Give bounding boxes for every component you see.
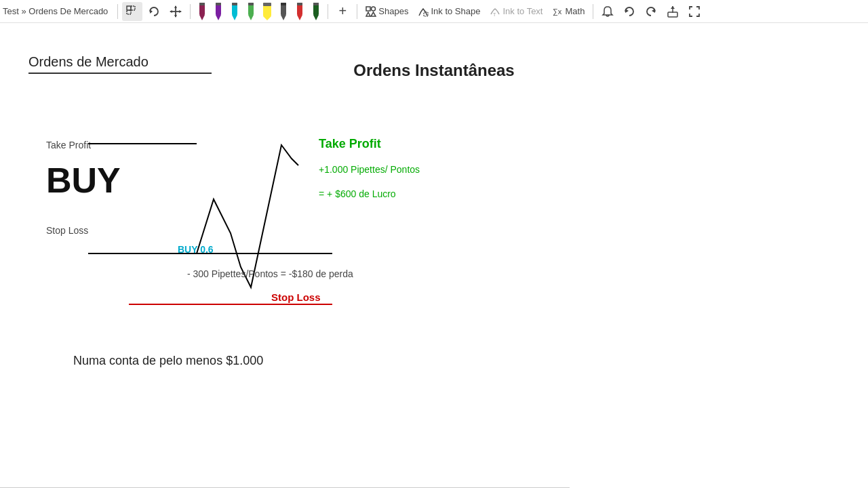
- pen-cyan-btn[interactable]: [227, 2, 242, 21]
- sl-chart-label: Stop Loss: [271, 291, 321, 303]
- math-label: Math: [565, 6, 585, 16]
- pen-red-icon: [294, 3, 305, 20]
- pen-purple-btn[interactable]: [211, 2, 226, 21]
- svg-marker-9: [179, 10, 182, 13]
- bottom-text: Numa conta de pelo menos $1.000: [73, 354, 263, 368]
- select-tool-btn[interactable]: [122, 2, 142, 21]
- pen-green-icon: [245, 3, 256, 20]
- notification-btn[interactable]: [597, 2, 618, 21]
- pen-dark-red-btn[interactable]: [195, 2, 210, 21]
- pen-gray-icon: [278, 3, 289, 20]
- fullscreen-icon: [688, 5, 701, 18]
- move-icon: [169, 5, 182, 18]
- pen-green-btn[interactable]: [243, 2, 258, 21]
- buy-entry-label: BUY 0.6: [178, 244, 214, 255]
- undo-btn[interactable]: [619, 2, 639, 21]
- pen-purple-icon: [213, 3, 224, 20]
- svg-rect-1: [131, 6, 135, 10]
- ink-to-shape-btn[interactable]: Ink to Shape: [414, 2, 484, 21]
- svg-marker-20: [248, 15, 254, 20]
- svg-marker-17: [232, 15, 237, 20]
- svg-marker-37: [371, 12, 376, 16]
- undo-icon: [623, 5, 635, 18]
- svg-marker-42: [652, 9, 655, 13]
- svg-rect-30: [297, 3, 302, 5]
- svg-text:T: T: [493, 12, 496, 17]
- bell-icon: [601, 5, 614, 18]
- ink-to-text-label: Ink to Text: [502, 6, 542, 16]
- separator-2: [190, 4, 191, 19]
- sl-pips-label: - 300 Pipettes/Pontos = -$180 de perda: [187, 268, 353, 279]
- redo-btn[interactable]: [641, 2, 661, 21]
- rotate-tool-btn[interactable]: [144, 2, 164, 21]
- svg-rect-0: [127, 6, 131, 10]
- take-profit-left-label: Take Profit: [46, 140, 91, 150]
- svg-marker-6: [174, 5, 177, 8]
- toolbar: Test » Ordens De Mercado: [0, 0, 868, 23]
- svg-point-35: [372, 7, 376, 11]
- tp-pips-label: +1.000 Pipettes/ Pontos: [319, 164, 420, 175]
- svg-marker-11: [199, 15, 205, 20]
- svg-rect-24: [263, 3, 271, 6]
- pen-yellow-icon: [262, 3, 273, 20]
- separator-5: [593, 4, 593, 19]
- ink-to-shape-icon: [418, 6, 429, 17]
- svg-marker-41: [625, 9, 629, 13]
- svg-rect-21: [248, 3, 254, 5]
- separator-4: [357, 4, 357, 19]
- svg-marker-8: [170, 10, 172, 13]
- ink-to-shape-label: Ink to Shape: [431, 6, 480, 16]
- share-icon: [667, 5, 679, 18]
- pen-dark-green-icon: [311, 3, 321, 20]
- stop-loss-left-label: Stop Loss: [46, 225, 88, 236]
- pen-cyan-icon: [229, 3, 240, 20]
- svg-marker-45: [671, 6, 675, 9]
- pen-yellow-btn[interactable]: [260, 2, 275, 21]
- svg-rect-2: [127, 10, 131, 14]
- svg-marker-7: [174, 15, 177, 18]
- plus-icon: +: [339, 3, 347, 19]
- math-btn[interactable]: ∑x Math: [548, 2, 589, 21]
- svg-text:∑x: ∑x: [553, 7, 562, 16]
- pen-gray-btn[interactable]: [276, 2, 291, 21]
- canvas-area: Ordens de Mercado Ordens Instantâneas Ta…: [0, 23, 868, 488]
- lasso-icon: [125, 5, 139, 18]
- svg-marker-26: [281, 15, 286, 20]
- svg-marker-36: [366, 12, 370, 16]
- svg-rect-33: [313, 3, 319, 5]
- breadcrumb: Test » Ordens De Mercado: [3, 6, 108, 16]
- tp-profit-label: = + $600 de Lucro: [319, 188, 396, 199]
- take-profit-right-label: Take Profit: [319, 137, 381, 151]
- svg-rect-27: [281, 3, 286, 5]
- svg-marker-14: [216, 15, 221, 20]
- math-icon: ∑x: [552, 6, 563, 17]
- rotate-icon: [147, 5, 161, 18]
- shapes-label: Shapes: [378, 6, 408, 16]
- add-tool-btn[interactable]: +: [332, 2, 353, 21]
- redo-icon: [645, 5, 657, 18]
- shapes-btn[interactable]: Shapes: [361, 2, 412, 21]
- move-tool-btn[interactable]: [165, 2, 186, 21]
- ink-to-text-icon: T: [490, 6, 500, 17]
- svg-rect-12: [199, 3, 205, 5]
- center-heading: Ordens Instantâneas: [0, 61, 868, 80]
- shapes-icon: [366, 6, 376, 17]
- svg-marker-29: [297, 15, 302, 20]
- fullscreen-btn[interactable]: [684, 2, 705, 21]
- svg-marker-23: [263, 16, 271, 20]
- svg-rect-18: [232, 3, 237, 5]
- ink-to-text-btn[interactable]: T Ink to Text: [486, 2, 547, 21]
- pen-red-btn[interactable]: [292, 2, 307, 21]
- separator-1: [117, 4, 118, 19]
- share-btn[interactable]: [663, 2, 683, 21]
- separator-3: [328, 4, 328, 19]
- svg-rect-15: [216, 3, 221, 5]
- svg-rect-34: [366, 7, 370, 11]
- chart-svg: [88, 111, 346, 321]
- svg-marker-3: [150, 9, 153, 14]
- pen-dark-green-btn[interactable]: [309, 2, 323, 21]
- svg-rect-43: [668, 12, 677, 17]
- pen-dark-red-icon: [197, 3, 208, 20]
- svg-marker-32: [313, 15, 319, 20]
